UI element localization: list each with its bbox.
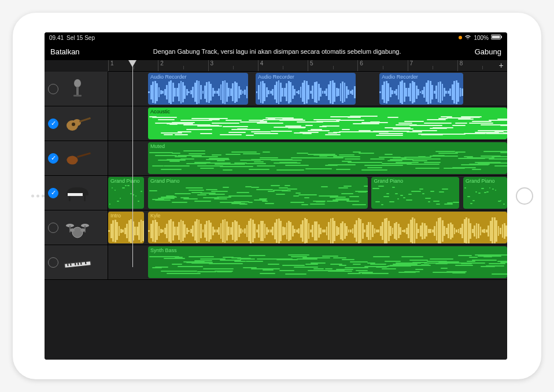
track-header[interactable]: [45, 210, 108, 245]
track-select-checkbox[interactable]: ✓: [48, 188, 58, 198]
ruler-mark: 6: [357, 60, 407, 71]
track-select-checkbox[interactable]: [48, 84, 58, 94]
region[interactable]: Grand Piano: [108, 177, 144, 209]
svg-rect-27: [77, 262, 79, 265]
tracks-empty-area: [45, 280, 507, 360]
svg-rect-29: [85, 261, 86, 264]
track-select-checkbox[interactable]: [48, 223, 58, 233]
svg-rect-24: [67, 264, 68, 266]
svg-rect-5: [73, 95, 82, 97]
region[interactable]: Synth Bass: [148, 246, 507, 278]
keyboard-synth-icon: [62, 251, 93, 274]
track-row-mic: Audio RecorderAudio RecorderAudio Record…: [45, 72, 507, 106]
region[interactable]: Audio Recorder: [256, 73, 356, 105]
region-label: Muted: [150, 143, 505, 149]
region[interactable]: Acoustic: [148, 108, 507, 139]
track-row-bass-guitar: ✓Muted: [45, 141, 507, 176]
track-header[interactable]: ✓: [45, 176, 108, 210]
svg-rect-1: [492, 36, 500, 39]
midi-notes: [109, 185, 143, 208]
region[interactable]: Grand Piano: [371, 177, 459, 209]
region-label: Intro: [110, 213, 142, 219]
midi-notes: [372, 185, 458, 208]
track-lane[interactable]: Acoustic: [108, 106, 507, 140]
svg-rect-26: [75, 262, 76, 265]
region[interactable]: Intro: [108, 212, 144, 243]
add-section-button[interactable]: +: [497, 61, 505, 70]
status-bar: 09.41 Sel 15 Sep 100%: [45, 32, 507, 43]
ruler-mark: 5: [308, 60, 357, 71]
svg-rect-28: [80, 262, 82, 264]
status-date: Sel 15 Sep: [67, 35, 95, 41]
acoustic-guitar-icon: [62, 112, 93, 135]
region-label: Grand Piano: [150, 178, 365, 184]
track-lane[interactable]: Grand PianoGrand PianoGrand PianoGrand P…: [108, 176, 507, 210]
region-label: Grand Piano: [466, 178, 505, 184]
svg-rect-2: [501, 36, 503, 38]
track-select-checkbox[interactable]: ✓: [48, 119, 58, 129]
region[interactable]: Audio Recorder: [379, 73, 463, 105]
track-select-checkbox[interactable]: ✓: [48, 153, 58, 164]
region-label: Acoustic: [150, 109, 505, 114]
svg-point-8: [72, 123, 75, 126]
svg-rect-18: [69, 225, 71, 232]
ruler-mark: 7: [408, 60, 457, 71]
midi-notes: [149, 185, 367, 208]
region-label: Grand Piano: [110, 178, 142, 184]
timeline-ruler[interactable]: 1 2 3 4 5 6 7 8 +: [108, 60, 507, 72]
status-time: 09.41: [49, 35, 64, 41]
region[interactable]: Kyle: [148, 212, 507, 243]
cancel-button[interactable]: Batalkan: [50, 47, 80, 56]
svg-point-20: [70, 228, 75, 232]
home-button[interactable]: [516, 187, 533, 205]
waveform: [148, 220, 507, 242]
svg-rect-9: [79, 117, 91, 122]
svg-rect-11: [69, 195, 71, 201]
svg-point-3: [74, 79, 81, 87]
merge-header-bar: Batalkan Dengan Gabung Track, versi lagu…: [45, 43, 507, 60]
track-row-piano: ✓Grand PianoGrand PianoGrand PianoGrand …: [45, 176, 507, 210]
midi-notes: [149, 150, 506, 173]
svg-rect-13: [68, 193, 83, 196]
drum-kit-icon: [62, 216, 93, 239]
track-lane[interactable]: Audio RecorderAudio RecorderAudio Record…: [108, 72, 507, 106]
track-header[interactable]: [45, 245, 108, 279]
svg-rect-12: [84, 195, 86, 201]
tracks-area: Audio RecorderAudio RecorderAudio Record…: [45, 72, 507, 280]
device-speaker-dots: [31, 195, 45, 198]
svg-rect-19: [84, 225, 86, 232]
track-lane[interactable]: Muted: [108, 141, 507, 175]
region[interactable]: Audio Recorder: [148, 73, 248, 105]
microphone-icon: [62, 77, 93, 101]
svg-rect-4: [76, 87, 79, 95]
region[interactable]: Muted: [148, 142, 507, 174]
track-lane[interactable]: IntroKyle: [108, 210, 507, 245]
track-select-checkbox[interactable]: [48, 257, 58, 268]
merge-message: Dengan Gabung Track, versi lagu ini akan…: [80, 48, 475, 55]
region-label: Kyle: [150, 213, 505, 219]
region[interactable]: Grand Piano: [463, 177, 507, 209]
ruler-mark: 2: [158, 60, 208, 71]
track-lane[interactable]: Synth Bass: [108, 245, 507, 279]
svg-rect-25: [70, 263, 71, 265]
wifi-icon: [464, 34, 471, 41]
track-header[interactable]: ✓: [45, 141, 108, 175]
region[interactable]: Grand Piano: [148, 177, 368, 209]
region-label: Grand Piano: [374, 178, 457, 184]
recording-indicator-icon: [459, 36, 462, 39]
region-label: Audio Recorder: [382, 74, 461, 80]
region-label: Audio Recorder: [150, 74, 246, 80]
waveform: [108, 220, 144, 242]
waveform: [148, 81, 248, 103]
region-label: Audio Recorder: [258, 74, 353, 80]
battery-icon: [491, 34, 503, 41]
bass-guitar-icon: [62, 147, 93, 170]
waveform: [256, 81, 356, 103]
merge-button[interactable]: Gabung: [475, 47, 501, 56]
track-row-acoustic-guitar: ✓Acoustic: [45, 106, 507, 141]
track-header[interactable]: [45, 72, 108, 106]
ipad-frame: 09.41 Sel 15 Sep 100% Batalkan Dengan Ga…: [13, 13, 541, 379]
track-header[interactable]: ✓: [45, 106, 108, 140]
grand-piano-icon: [62, 182, 93, 205]
ruler-mark: 3: [208, 60, 258, 71]
